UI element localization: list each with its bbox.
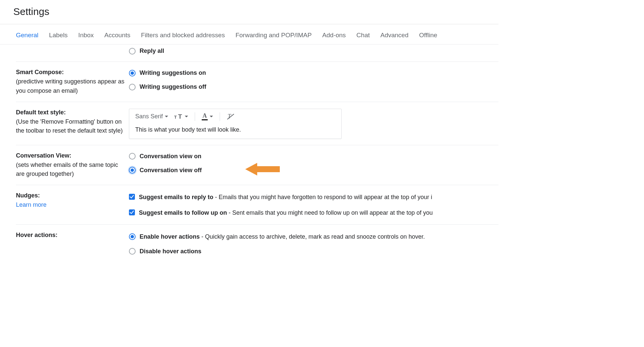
- remove-formatting-button[interactable]: T: [227, 113, 235, 120]
- label-reply-all: Reply all: [140, 48, 164, 55]
- checkbox-nudges-followup[interactable]: [129, 209, 135, 215]
- tab-offline[interactable]: Offline: [419, 32, 437, 39]
- row-conversation-view: Conversation View: (sets whether emails …: [16, 145, 498, 185]
- label-smart-compose-on: Writing suggestions on: [140, 69, 206, 76]
- row-hover-actions: Hover actions: Enable hover actions - Qu…: [16, 225, 498, 262]
- toolbar-separator-icon: [195, 112, 195, 121]
- text-style-preview: This is what your body text will look li…: [129, 124, 341, 139]
- smart-compose-desc: (predictive writing suggestions appear a…: [16, 78, 124, 94]
- default-text-style-desc: (Use the 'Remove Formatting' button on t…: [16, 118, 123, 134]
- row-default-reply-partial: Reply all: [16, 45, 498, 62]
- hover-disable-label: Disable hover actions: [140, 248, 201, 255]
- annotation-arrow-icon: [244, 162, 280, 177]
- tab-advanced[interactable]: Advanced: [380, 32, 409, 39]
- text-style-editor: Sans Serif T T: [129, 109, 342, 139]
- nudges-followup-row: Suggest emails to follow up on - Sent em…: [139, 208, 433, 217]
- label-conversation-on: Conversation view on: [140, 153, 201, 160]
- font-size-dropdown[interactable]: T T: [174, 113, 188, 120]
- nudges-reply-label: Suggest emails to reply to: [139, 194, 213, 200]
- chevron-down-icon: [185, 116, 188, 117]
- nudges-reply-row: Suggest emails to reply to - Emails that…: [139, 193, 432, 201]
- nudges-title: Nudges:: [16, 192, 40, 199]
- row-nudges: Nudges: Learn more Suggest emails to rep…: [16, 185, 498, 224]
- smart-compose-title: Smart Compose:: [16, 69, 64, 75]
- chevron-down-icon: [210, 116, 213, 117]
- page-title: Settings: [0, 0, 498, 24]
- font-family-dropdown[interactable]: Sans Serif: [135, 113, 168, 120]
- radio-conversation-on[interactable]: [129, 153, 136, 160]
- svg-text:T: T: [178, 113, 182, 120]
- conversation-view-desc: (sets whether emails of the same topic a…: [16, 162, 118, 177]
- radio-hover-enable[interactable]: [129, 233, 136, 240]
- chevron-down-icon: [165, 116, 168, 117]
- remove-formatting-icon: T: [227, 113, 235, 120]
- default-text-style-title: Default text style:: [16, 109, 66, 116]
- radio-smart-compose-off[interactable]: [129, 84, 136, 90]
- nudges-learn-more-link[interactable]: Learn more: [16, 201, 47, 208]
- checkbox-nudges-reply[interactable]: [129, 194, 135, 200]
- nudges-followup-label: Suggest emails to follow up on: [139, 209, 227, 216]
- text-color-dropdown[interactable]: A: [202, 113, 213, 120]
- svg-text:T: T: [174, 115, 177, 120]
- nudges-followup-desc: - Sent emails that you might need to fol…: [227, 209, 433, 216]
- tab-labels[interactable]: Labels: [49, 32, 68, 39]
- tab-chat[interactable]: Chat: [357, 32, 370, 39]
- radio-smart-compose-on[interactable]: [129, 70, 136, 76]
- tab-forwarding[interactable]: Forwarding and POP/IMAP: [236, 32, 312, 39]
- text-size-icon: T T: [174, 113, 183, 120]
- tab-accounts[interactable]: Accounts: [104, 32, 130, 39]
- row-smart-compose: Smart Compose: (predictive writing sugge…: [16, 62, 498, 102]
- tab-addons[interactable]: Add-ons: [322, 32, 346, 39]
- label-conversation-off: Conversation view off: [140, 167, 202, 174]
- radio-hover-disable[interactable]: [129, 248, 136, 255]
- text-style-toolbar: Sans Serif T T: [129, 109, 341, 124]
- tab-general[interactable]: General: [16, 32, 39, 39]
- radio-reply-all[interactable]: [129, 48, 136, 55]
- hover-enable-label: Enable hover actions: [140, 233, 200, 240]
- toolbar-separator-icon: [220, 112, 220, 121]
- tab-filters[interactable]: Filters and blocked addresses: [141, 32, 225, 39]
- text-color-icon: A: [202, 113, 208, 120]
- label-smart-compose-off: Writing suggestions off: [140, 83, 206, 90]
- hover-enable-desc: - Quickly gain access to archive, delete…: [200, 233, 425, 240]
- nudges-reply-desc: - Emails that you might have forgotten t…: [213, 194, 432, 200]
- font-family-label: Sans Serif: [135, 113, 163, 120]
- conversation-view-title: Conversation View:: [16, 152, 71, 159]
- hover-actions-title: Hover actions:: [16, 232, 57, 238]
- radio-conversation-off[interactable]: [129, 167, 136, 174]
- tabs: General Labels Inbox Accounts Filters an…: [0, 24, 498, 45]
- row-default-text-style: Default text style: (Use the 'Remove For…: [16, 102, 498, 145]
- tab-inbox[interactable]: Inbox: [78, 32, 94, 39]
- hover-enable-row: Enable hover actions - Quickly gain acce…: [140, 232, 425, 241]
